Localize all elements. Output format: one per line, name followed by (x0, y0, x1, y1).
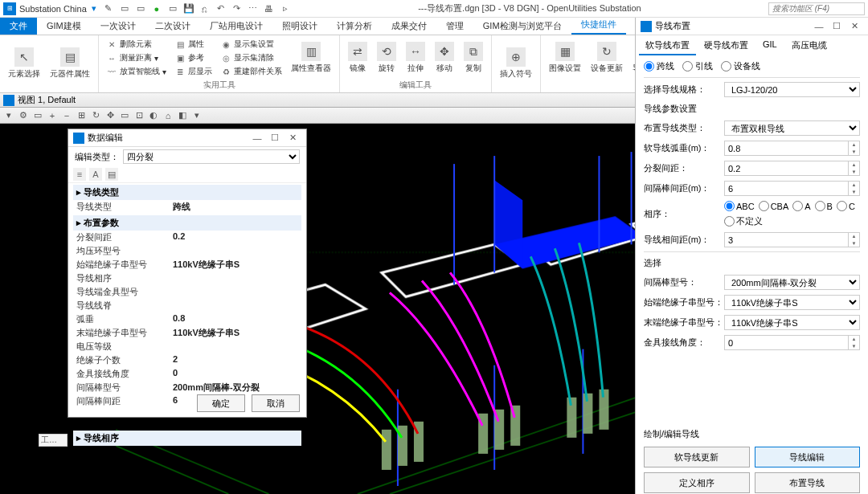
prop-row[interactable]: 始端绝缘子串型号110kV绝缘子串S (73, 258, 301, 271)
phase-radio[interactable]: B (815, 201, 833, 211)
vt-icon[interactable]: ◐ (148, 110, 159, 121)
section-header[interactable]: ▸ 导线类型 (73, 185, 301, 200)
phase-gap-input[interactable] (724, 232, 849, 247)
sort-icon[interactable]: ≡ (73, 168, 86, 181)
section-header[interactable]: ▸ 导线相序 (73, 431, 301, 446)
minimize-button[interactable]: — (248, 133, 266, 143)
element-select-button[interactable]: ↖元素选择 (5, 46, 43, 81)
image-settings-button[interactable]: ▦图像设置 (546, 40, 584, 76)
move-button[interactable]: ✥移动 (432, 40, 457, 76)
prop-row[interactable]: 导线端金具型号 (73, 285, 301, 299)
phase-radio[interactable]: 不定义 (724, 215, 763, 227)
prop-row[interactable]: 导线相序 (73, 271, 301, 285)
radio-lead[interactable]: 引线 (682, 60, 713, 72)
tab-soft[interactable]: 软导线布置 (639, 37, 696, 55)
vt-icon[interactable]: ▭ (32, 110, 43, 121)
delete-element-button[interactable]: ✕删除元素 (104, 38, 169, 51)
spinner[interactable]: ▲▼ (849, 141, 860, 156)
ribbon-search-input[interactable] (768, 2, 865, 15)
dropdown-chevron-icon[interactable]: ▾ (92, 3, 96, 14)
form-select[interactable]: 200mm间隔棒-双分裂 (724, 275, 860, 290)
qat-icon[interactable]: ▭ (135, 3, 146, 14)
vt-icon[interactable]: + (47, 110, 58, 121)
phase-radio[interactable]: C (837, 201, 855, 211)
vt-icon[interactable]: ✥ (104, 110, 116, 121)
vt-icon[interactable]: ⊡ (133, 110, 145, 121)
tab-secondary[interactable]: 二次设计 (145, 18, 200, 35)
component-props-button[interactable]: ▤元器件属性 (47, 46, 93, 81)
vt-icon[interactable]: ▾ (191, 110, 203, 121)
form-input[interactable] (724, 181, 849, 196)
tab-lighting[interactable]: 照明设计 (272, 18, 327, 35)
close-button[interactable]: ✕ (284, 133, 301, 143)
property-viewer-button[interactable]: ▥属性查看器 (288, 40, 334, 76)
tab-output[interactable]: 成果交付 (382, 18, 436, 35)
qat-icon[interactable]: ⎌ (199, 3, 211, 14)
az-icon[interactable]: A (89, 168, 102, 181)
vt-icon[interactable]: − (61, 110, 72, 121)
tab-hv[interactable]: 高压电缆 (785, 37, 833, 55)
smartline-button[interactable]: 〰放置智能线▾ (104, 65, 169, 78)
prop-row[interactable]: 金具接线角度0 (73, 367, 301, 381)
phase-radio[interactable]: ABC (724, 201, 755, 211)
radio-span[interactable]: 跨线 (644, 60, 674, 72)
reference-button[interactable]: ▣参考 (172, 51, 215, 64)
form-select[interactable]: 布置双根导线 (724, 120, 860, 136)
form-input[interactable] (724, 161, 849, 176)
ok-button[interactable]: 确定 (197, 394, 245, 412)
radio-input[interactable] (644, 61, 654, 71)
vt-icon[interactable]: ⚙ (18, 110, 29, 121)
layout-conductor-button[interactable]: 布置导线 (755, 472, 861, 493)
cancel-button[interactable]: 取消 (252, 394, 300, 412)
print-icon[interactable]: 🖶 (264, 3, 275, 14)
copy-button[interactable]: ⧉复制 (461, 40, 486, 76)
maximize-button[interactable]: ☐ (266, 133, 284, 143)
vt-icon[interactable]: ↻ (90, 110, 101, 121)
radio-input[interactable] (721, 61, 731, 71)
section-header[interactable]: ▸ 布置参数 (73, 215, 301, 231)
tab-manage[interactable]: 管理 (436, 18, 473, 35)
list-icon[interactable]: ▤ (105, 168, 118, 181)
conductor-edit-button[interactable]: 导线编辑 (755, 447, 861, 467)
close-button[interactable]: ✕ (845, 21, 863, 31)
form-input[interactable] (724, 335, 849, 350)
define-phase-button[interactable]: 定义相序 (644, 472, 750, 493)
qat-icon[interactable]: ● (151, 3, 162, 14)
prop-row[interactable]: 弧垂0.8 (73, 312, 301, 326)
tab-gil[interactable]: GIL (756, 37, 784, 55)
prop-row[interactable]: 导线线脊 (73, 299, 301, 312)
tab-file[interactable]: 文件 (0, 18, 37, 35)
spinner[interactable]: ▲▼ (849, 232, 860, 247)
dialog-titlebar[interactable]: 数据编辑 — ☐ ✕ (68, 129, 306, 147)
form-input[interactable] (724, 141, 849, 156)
prop-row[interactable]: 导线类型跨线 (73, 200, 301, 214)
qat-icon[interactable]: ✎ (103, 3, 114, 14)
tab-gimcheck[interactable]: GIM检测与浏览平台 (473, 18, 571, 35)
displayset-set-button[interactable]: ◉显示集设置 (218, 38, 285, 51)
workspace-dropdown[interactable]: Substation China (19, 4, 87, 14)
insert-symbol-button[interactable]: ⊕插入符号 (497, 46, 535, 81)
layer-display-button[interactable]: ≣层显示 (172, 65, 215, 78)
spinner[interactable]: ▲▼ (849, 161, 860, 176)
vt-icon[interactable]: ◧ (177, 110, 188, 121)
save-icon[interactable]: 💾 (183, 3, 194, 14)
displayset-clear-button[interactable]: ◎显示集清除 (218, 51, 285, 64)
redo-icon[interactable]: ↷ (231, 3, 243, 14)
rotate-button[interactable]: ⟲旋转 (374, 40, 399, 76)
form-select[interactable]: 110kV绝缘子串S (724, 295, 860, 310)
prop-row[interactable]: 间隔棒型号200mm间隔棒-双分裂 (73, 381, 301, 394)
mirror-button[interactable]: ⇄镜像 (345, 40, 371, 76)
tool-stub[interactable]: 工… (39, 434, 68, 447)
prop-row[interactable]: 绝缘子个数2 (73, 353, 301, 367)
measure-distance-button[interactable]: ↔测量距离▾ (104, 51, 169, 64)
vt-icon[interactable]: ▭ (119, 110, 130, 121)
tab-station[interactable]: 厂站用电设计 (200, 18, 272, 35)
spinner[interactable]: ▲▼ (849, 181, 860, 196)
vt-icon[interactable]: ⌂ (162, 110, 174, 121)
prop-row[interactable]: 电压等级 (73, 340, 301, 353)
phase-radio[interactable]: CBA (759, 201, 789, 211)
qat-icon[interactable]: ▭ (119, 3, 130, 14)
vt-icon[interactable]: ▾ (3, 110, 14, 121)
minimize-button[interactable]: — (810, 22, 828, 31)
panel-titlebar[interactable]: 导线布置 — ☐ ✕ (636, 18, 868, 35)
